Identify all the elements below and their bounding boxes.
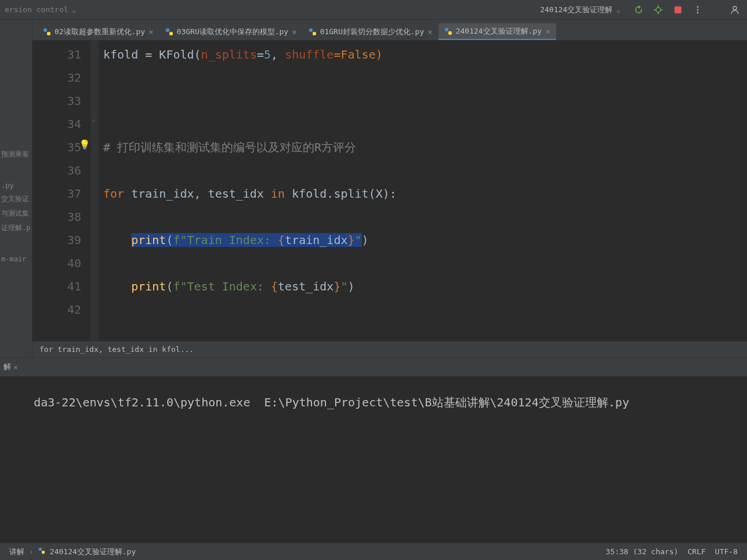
svg-rect-16 [309,28,313,32]
sidebar-item[interactable]: .py [0,179,32,192]
project-sidebar[interactable]: 预测乘客 .py 交叉验证 与测试集 证理解.p m-mair [0,20,32,357]
python-icon [165,28,173,36]
code-area[interactable]: kfold = KFold(n_splits=5, shuffle=False)… [99,41,747,341]
close-icon[interactable]: × [545,27,550,36]
svg-point-10 [697,12,699,13]
python-icon [43,28,51,36]
svg-rect-13 [47,32,50,35]
code-token: { [271,279,278,293]
close-icon[interactable]: × [13,363,18,372]
svg-rect-20 [39,548,42,551]
svg-rect-17 [313,32,316,35]
sidebar-item[interactable]: 预测乘客 [0,147,32,162]
tab-label: 02读取超参数重新优化.py [55,27,145,37]
code-token: test_idx [278,279,333,293]
fold-icon[interactable]: ⌄ [92,115,96,123]
chevron-down-icon: ⌄ [616,5,621,14]
editor-tabs: 02读取超参数重新优化.py × 03GRU读取优化中保存的模型.py × 01… [32,20,747,41]
svg-rect-14 [166,28,169,32]
code-token: = [257,48,264,61]
sidebar-item[interactable]: m-mair [0,253,32,266]
line-number: 40 [32,252,81,275]
python-icon [38,547,45,556]
stop-button[interactable] [670,2,686,17]
code-token: " [355,233,362,247]
code-token: f"Test Index: [173,279,271,293]
breadcrumb-text: for train_idx, test_idx in kfol... [39,345,194,354]
close-icon[interactable]: × [148,27,153,37]
sidebar-item[interactable]: 与测试集 [0,206,32,221]
breadcrumb-bar[interactable]: for train_idx, test_idx in kfol... [32,341,747,357]
line-number: 35 [32,136,81,159]
version-control-menu[interactable]: ersion control ⌄ [5,5,76,14]
code-token: ( [166,279,173,293]
svg-point-8 [697,6,699,8]
code-comment: # 打印训练集和测试集的编号以及对应的R方评分 [103,140,356,154]
svg-point-9 [697,9,699,10]
tab-file-0[interactable]: 02读取超参数重新优化.py × [37,23,159,40]
run-config-label: 240124交叉验证理解 [540,5,612,15]
close-icon[interactable]: × [292,27,296,37]
rerun-button[interactable] [631,2,646,17]
svg-rect-19 [448,31,452,35]
code-editor[interactable]: 31 32 33 34 35 36 37 38 39 40 41 42 ⌄ 💡 … [32,41,747,341]
cursor-position[interactable]: 35:38 (32 chars) [605,547,678,556]
code-token: for [103,187,124,201]
chevron-down-icon: ⌄ [72,5,77,14]
intention-bulb-icon[interactable]: 💡 [79,139,90,150]
file-encoding[interactable]: UTF-8 [715,547,738,556]
code-token: train_idx [285,233,347,247]
line-gutter[interactable]: 31 32 33 34 35 36 37 38 39 40 41 42 [32,41,90,341]
top-toolbar: ersion control ⌄ 240124交叉验证理解 ⌄ [0,0,747,20]
user-icon[interactable] [727,2,742,17]
tab-file-3[interactable]: 240124交叉验证理解.py × [438,23,556,40]
line-number: 37 [32,182,81,205]
close-icon[interactable]: × [427,27,432,37]
code-token: , [271,48,285,61]
line-number: 32 [32,66,81,89]
line-separator[interactable]: CRLF [688,547,706,556]
sidebar-item[interactable]: 证理解.p [0,221,32,235]
code-token: ( [194,48,201,61]
console-text: da3-22\envs\tf2.11.0\python.exe E:\Pytho… [34,395,629,409]
code-token: train_idx, test_idx [124,187,271,201]
svg-rect-12 [43,28,47,32]
more-actions-button[interactable] [690,2,705,17]
run-tab-label: 解 [3,362,11,372]
tab-label: 01GRU封装切分数据少优化.py [320,27,425,37]
status-bar: 讲解 › 240124交叉验证理解.py 35:38 (32 chars) CR… [0,543,747,560]
python-icon [309,28,317,36]
version-control-label: ersion control [5,5,68,14]
line-number: 38 [32,205,81,228]
line-number: 39 [32,228,81,252]
tab-file-2[interactable]: 01GRU封装切分数据少优化.py × [303,23,438,40]
code-token: = [145,48,159,61]
chevron-right-icon: › [29,547,34,556]
code-token: } [333,279,340,293]
status-file[interactable]: 240124交叉验证理解.py [50,547,136,557]
code-token: in [271,187,285,201]
debug-button[interactable] [651,2,666,17]
code-token: ) [362,233,369,247]
code-token: kfold.split(X): [285,187,397,201]
svg-point-11 [733,6,737,10]
run-tabs: 解 × [0,358,747,376]
code-token: 5 [264,48,271,61]
fold-gutter: ⌄ [90,41,99,341]
sidebar-item[interactable]: 交叉验证 [0,192,32,206]
code-token: n_splits [201,48,257,61]
console-output[interactable]: da3-22\envs\tf2.11.0\python.exe E:\Pytho… [0,376,747,543]
run-config-selector[interactable]: 240124交叉验证理解 ⌄ [536,5,621,15]
code-token: } [347,233,354,247]
svg-rect-7 [675,6,681,13]
line-number: 42 [32,298,81,321]
code-token: print [131,233,166,247]
code-token: ( [166,233,173,247]
run-tab[interactable]: 解 × [3,362,18,372]
code-token: { [278,233,285,247]
code-token: " [340,279,347,293]
python-icon [444,27,452,35]
tab-label: 03GRU读取优化中保存的模型.py [177,27,289,37]
status-prefix: 讲解 [9,547,24,557]
tab-file-1[interactable]: 03GRU读取优化中保存的模型.py × [159,23,303,40]
